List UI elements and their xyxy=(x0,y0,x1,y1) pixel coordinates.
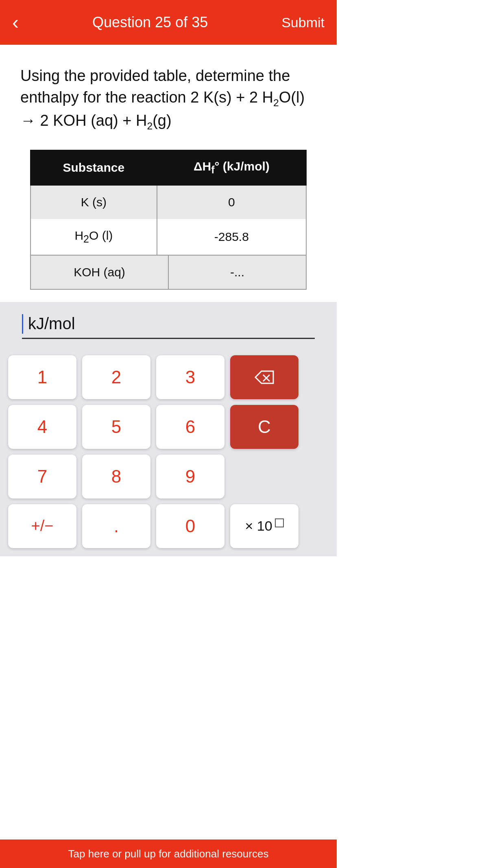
back-button[interactable]: ‹ xyxy=(12,13,19,32)
substance-cell: H2O (l) xyxy=(30,219,157,255)
keypad-grid: 1 2 3 4 5 6 C 7 8 9 +/− . 0 × 10 xyxy=(8,355,329,548)
key-0[interactable]: 0 xyxy=(156,504,224,548)
key-9[interactable]: 9 xyxy=(156,455,224,498)
key-1[interactable]: 1 xyxy=(8,355,76,399)
x10-label: × 10 xyxy=(245,518,272,534)
text-cursor xyxy=(22,314,23,334)
app-header: ‹ Question 25 of 35 Submit xyxy=(0,0,337,45)
table-row: H2O (l) -285.8 xyxy=(30,219,306,255)
key-5[interactable]: 5 xyxy=(82,405,150,449)
table-partial-row: KOH (aq) -... xyxy=(30,256,307,290)
key-7[interactable]: 7 xyxy=(8,455,76,498)
key-decimal[interactable]: . xyxy=(82,504,150,548)
input-field-wrapper: kJ/mol xyxy=(22,314,315,339)
partial-substance: KOH (aq) xyxy=(31,256,169,289)
unit-label: kJ/mol xyxy=(28,315,75,333)
question-area: Using the provided table, determine the … xyxy=(0,45,337,302)
key-8[interactable]: 8 xyxy=(82,455,150,498)
key-3[interactable]: 3 xyxy=(156,355,224,399)
clear-button[interactable]: C xyxy=(230,405,298,449)
footer-bar[interactable]: Tap here or pull up for additional resou… xyxy=(0,840,337,868)
key-plus-minus[interactable]: +/− xyxy=(8,504,76,548)
value-cell: -285.8 xyxy=(157,219,306,255)
key-4[interactable]: 4 xyxy=(8,405,76,449)
backspace-button[interactable] xyxy=(230,355,298,399)
footer-text: Tap here or pull up for additional resou… xyxy=(68,848,269,860)
keypad-empty-cell xyxy=(230,455,298,498)
x10-superscript-box xyxy=(275,518,284,527)
key-x10[interactable]: × 10 xyxy=(230,504,298,548)
key-6[interactable]: 6 xyxy=(156,405,224,449)
table-row: K (s) 0 xyxy=(30,185,306,219)
question-progress: Question 25 of 35 xyxy=(92,14,208,31)
numeric-keypad: 1 2 3 4 5 6 C 7 8 9 +/− . 0 × 10 xyxy=(0,347,337,556)
answer-input-area[interactable]: kJ/mol xyxy=(0,302,337,347)
submit-button[interactable]: Submit xyxy=(281,15,325,31)
question-text: Using the provided table, determine the … xyxy=(20,65,316,133)
table-col2-header: ΔHf° (kJ/mol) xyxy=(157,150,306,185)
partial-value: -... xyxy=(169,256,306,289)
substance-cell: K (s) xyxy=(30,185,157,219)
substance-table: Substance ΔHf° (kJ/mol) K (s) 0 H2O (l) … xyxy=(30,150,307,256)
key-2[interactable]: 2 xyxy=(82,355,150,399)
value-cell: 0 xyxy=(157,185,306,219)
table-col1-header: Substance xyxy=(30,150,157,185)
